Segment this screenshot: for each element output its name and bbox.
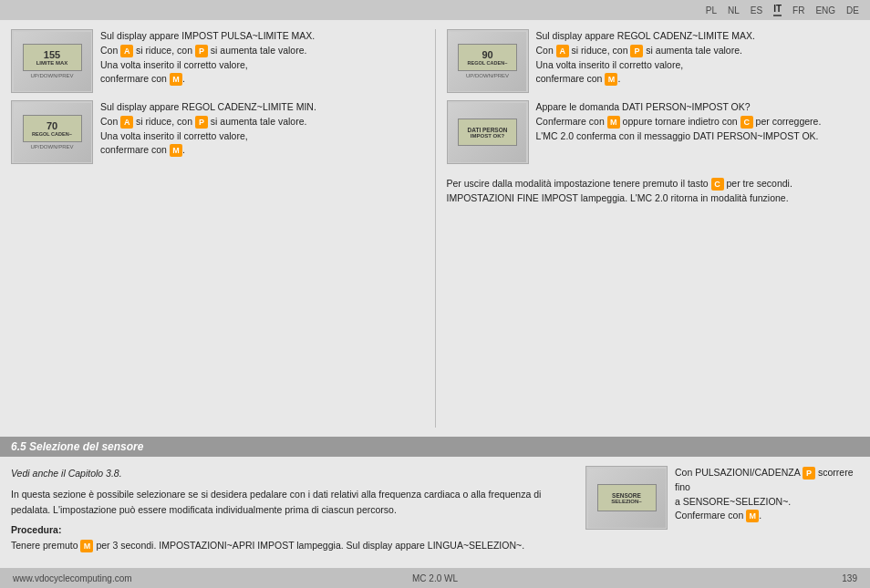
badge-p-3: P — [630, 45, 643, 57]
lang-pl[interactable]: PL — [706, 5, 717, 15]
lang-it[interactable]: IT — [773, 4, 782, 16]
lang-es[interactable]: ES — [751, 5, 762, 15]
badge-m-right: M — [746, 510, 759, 522]
section-left-col: Vedi anche il Capitolo 3.8. In questa se… — [11, 466, 578, 559]
footer-page: 139 — [842, 573, 857, 583]
lang-de[interactable]: DE — [846, 5, 859, 15]
language-nav: PL NL ES IT FR ENG DE — [0, 0, 870, 20]
top-content: 155 LIMITE MAX UP/DOWN/PREV Sul display … — [0, 20, 870, 437]
column-divider — [435, 29, 436, 428]
left-column: 155 LIMITE MAX UP/DOWN/PREV Sul display … — [11, 29, 424, 428]
lang-eng[interactable]: ENG — [815, 5, 835, 15]
device-image-2: 70 REGOL CADEN~ UP/DOWN/PREV — [11, 100, 93, 164]
right-text2: a SENSORE~SELEZION~. — [675, 495, 859, 510]
bottom-section: 6.5 Selezione del sensore Vedi anche il … — [0, 437, 870, 568]
device-screen-2: 70 REGOL CADEN~ — [23, 115, 82, 142]
badge-a-3: A — [556, 45, 569, 57]
device-screen-1: 155 LIMITE MAX — [23, 44, 82, 71]
section-right-col: SENSORE SELEZION~ Con PULSAZIONI/CADENZA… — [585, 466, 859, 559]
device-image-4: DATI PERSON IMPOST OK? — [447, 100, 529, 164]
text-block-4: Appare le domanda DATI PERSON~IMPOST OK?… — [536, 100, 860, 143]
procedure-text-pre: Tenere premuto — [11, 540, 78, 551]
procedure-block: Procedura: Tenere premuto M per 3 second… — [11, 522, 578, 553]
device-screen-3: 90 REGOL CADEN~ — [458, 44, 517, 71]
badge-m-4: M — [607, 116, 620, 129]
text-block-2: Sul display appare REGOL CADENZ~LIMITE M… — [100, 100, 424, 158]
badge-a-2: A — [120, 116, 133, 129]
badge-c-4: C — [741, 116, 753, 129]
section-content: Vedi anche il Capitolo 3.8. In questa se… — [0, 457, 870, 568]
footer-website: www.vdocyclecomputing.com — [13, 573, 132, 583]
italic-note: Vedi anche il Capitolo 3.8. — [11, 466, 578, 481]
wide-text-block: Per uscire dalla modalità impostazione t… — [447, 171, 860, 206]
text-block-1: Sul display appare IMPOST PULSA~LIMITE M… — [100, 29, 424, 87]
badge-m-1: M — [170, 73, 182, 86]
instruction-block-3: 90 REGOL CADEN~ UP/DOWN/PREV Sul display… — [447, 29, 860, 93]
procedure-text-post: per 3 secondi. IMPOSTAZIONI~APRI IMPOST … — [96, 540, 524, 551]
section-title: 6.5 Selezione del sensore — [11, 440, 143, 453]
badge-p-2: P — [195, 116, 208, 129]
procedure-label: Procedura: — [11, 524, 61, 535]
instruction-block-2: 70 REGOL CADEN~ UP/DOWN/PREV Sul display… — [11, 100, 424, 164]
device-image-1: 155 LIMITE MAX UP/DOWN/PREV — [11, 29, 93, 93]
right-text-pre: Con PULSAZIONI/CADENZA — [675, 467, 803, 478]
text-block-3: Sul display appare REGOL CADENZ~LIMITE M… — [536, 29, 860, 87]
instruction-block-4: DATI PERSON IMPOST OK? Appare le domanda… — [447, 100, 860, 164]
right-text3-end: . — [759, 510, 761, 521]
badge-a-1: A — [120, 45, 133, 57]
section-right-text: Con PULSAZIONI/CADENZA P scorrere fino a… — [675, 466, 859, 523]
device-screen-4: DATI PERSON IMPOST OK? — [458, 119, 517, 146]
badge-c-wide: C — [711, 178, 724, 191]
badge-m-3: M — [605, 73, 617, 86]
footer-product: MC 2.0 WL — [412, 573, 458, 583]
badge-m-procedure: M — [80, 540, 93, 552]
footer: www.vdocyclecomputing.com MC 2.0 WL 139 — [0, 568, 870, 588]
badge-m-2: M — [170, 144, 182, 157]
lang-nl[interactable]: NL — [728, 5, 740, 15]
page: PL NL ES IT FR ENG DE 155 LIMITE MAX UP/… — [0, 0, 870, 588]
lang-fr[interactable]: FR — [792, 5, 804, 15]
badge-p-1: P — [195, 45, 208, 57]
section-para1: In questa sezione è possibile selezionar… — [11, 487, 578, 518]
device-screen-5: SENSORE SELEZION~ — [597, 484, 657, 511]
instruction-block-1: 155 LIMITE MAX UP/DOWN/PREV Sul display … — [11, 29, 424, 93]
right-column: 90 REGOL CADEN~ UP/DOWN/PREV Sul display… — [447, 29, 860, 428]
device-image-3: 90 REGOL CADEN~ UP/DOWN/PREV — [447, 29, 529, 93]
wide-text-pre: Per uscire dalla modalità impostazione t… — [447, 178, 711, 189]
right-text3-pre: Confermare con — [675, 510, 743, 521]
section-header: 6.5 Selezione del sensore — [0, 437, 870, 457]
badge-p-right: P — [803, 467, 815, 480]
device-image-5: SENSORE SELEZION~ — [585, 466, 668, 530]
